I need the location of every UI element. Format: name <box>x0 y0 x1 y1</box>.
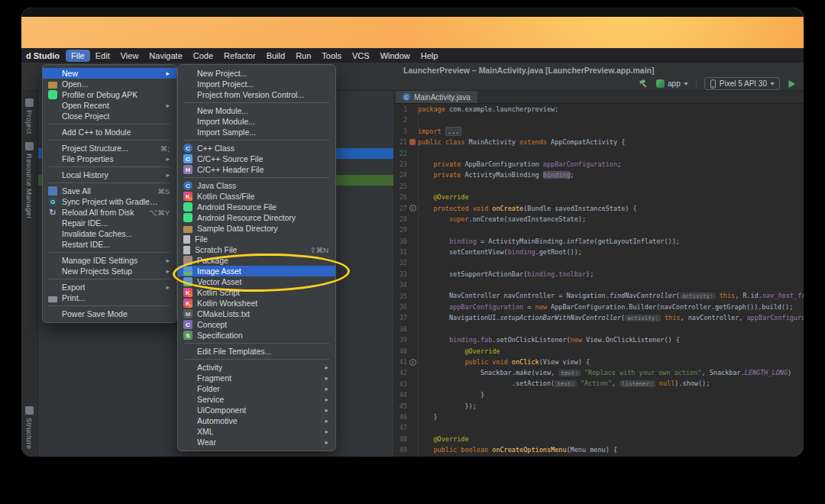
line-number[interactable]: 40 <box>393 346 407 357</box>
new-submenu-item-edit-file-templates[interactable]: Edit File Templates... <box>178 346 335 357</box>
line-number[interactable]: 42 <box>393 367 407 378</box>
new-submenu-item-c-c-header-file[interactable]: HC/C++ Header File <box>178 164 335 175</box>
new-submenu-item-activity[interactable]: Activity▸ <box>178 362 335 373</box>
new-submenu-item-uicomponent[interactable]: UiComponent▸ <box>178 405 335 415</box>
line-number[interactable]: 21 <box>393 137 407 147</box>
file-menu-item-open-recent[interactable]: Open Recent▸ <box>43 100 176 111</box>
override-method-icon[interactable]: ↑ <box>409 359 416 366</box>
new-submenu-item-android-resource-directory[interactable]: Android Resource Directory <box>178 212 335 223</box>
line-number[interactable]: 48 <box>393 434 407 444</box>
menubar-item-help[interactable]: Help <box>416 50 444 62</box>
new-submenu-item-import-sample[interactable]: Import Sample... <box>178 127 335 137</box>
file-menu-item-invalidate-caches[interactable]: Invalidate Caches... <box>43 228 176 239</box>
line-number[interactable]: 24 <box>393 170 407 180</box>
file-menu-item-close-project[interactable]: Close Project <box>43 111 176 121</box>
new-submenu-item-c-class[interactable]: CC++ Class <box>178 143 335 153</box>
new-submenu-item-new-project[interactable]: New Project... <box>178 68 335 79</box>
new-submenu-item-service[interactable]: Service▸ <box>178 394 335 405</box>
file-menu-item-new[interactable]: New▸ <box>43 68 176 79</box>
file-menu-item-manage-ide-settings[interactable]: Manage IDE Settings▸ <box>43 255 176 266</box>
new-submenu-item-vector-asset[interactable]: Vector Asset <box>178 276 335 287</box>
new-submenu-item-wear[interactable]: Wear▸ <box>178 437 335 447</box>
line-number[interactable]: 35 <box>393 291 407 302</box>
new-submenu-item-import-module[interactable]: Import Module... <box>178 116 335 127</box>
new-submenu-item-specification[interactable]: SSpecification <box>178 330 335 341</box>
new-submenu-item-package[interactable]: Package <box>178 255 335 266</box>
new-submenu-item-cmakelists-txt[interactable]: MCMakeLists.txt <box>178 309 335 319</box>
file-menu-item-save-all[interactable]: Save All⌘S <box>43 186 176 196</box>
tab-mainactivity-java[interactable]: C MainActivity.java <box>396 91 477 103</box>
new-submenu-item-android-resource-file[interactable]: Android Resource File <box>178 202 335 212</box>
run-button[interactable] <box>788 79 796 89</box>
line-number[interactable]: 38 <box>393 324 407 334</box>
line-number[interactable]: 30 <box>393 236 407 247</box>
file-menu-item-print[interactable]: Print... <box>43 292 176 303</box>
new-submenu-item-concept[interactable]: CConcept <box>178 319 335 330</box>
file-menu-item-restart-ide[interactable]: Restart IDE... <box>43 239 176 250</box>
line-number[interactable]: 47 <box>393 422 407 433</box>
code-editor[interactable]: 1package com.example.launcherpreview;23i… <box>393 104 804 457</box>
menubar-item-window[interactable]: Window <box>375 50 416 62</box>
class-gutter-icon[interactable] <box>409 139 416 145</box>
line-number[interactable]: 22 <box>393 148 407 159</box>
file-menu-item-new-projects-setup[interactable]: New Projects Setup▸ <box>43 266 176 276</box>
new-submenu-item-new-module[interactable]: New Module... <box>178 105 335 116</box>
menubar-item-navigate[interactable]: Navigate <box>144 50 187 62</box>
line-number[interactable]: 26 <box>393 192 407 202</box>
menubar-item-file[interactable]: File <box>66 50 90 62</box>
new-submenu-item-automotive[interactable]: Automotive▸ <box>178 415 335 426</box>
line-number[interactable]: 39 <box>393 334 407 345</box>
file-menu-item-add-c-to-module[interactable]: Add C++ to Module <box>43 127 176 137</box>
tool-window-button-structure[interactable]: Structure <box>25 402 34 453</box>
file-menu-item-export[interactable]: Export▸ <box>43 282 176 292</box>
new-submenu-item-file[interactable]: File <box>178 234 335 244</box>
line-number[interactable]: 44 <box>393 389 407 400</box>
menubar-item-run[interactable]: Run <box>290 50 316 62</box>
line-number[interactable]: 33 <box>393 269 407 279</box>
line-number[interactable]: 31 <box>393 247 407 257</box>
tool-window-button-project[interactable]: Project <box>25 95 34 138</box>
file-menu-item-repair-ide[interactable]: Repair IDE... <box>43 218 176 228</box>
new-submenu-item-fragment[interactable]: Fragment▸ <box>178 373 335 383</box>
line-number[interactable]: 32 <box>393 257 407 268</box>
new-submenu-item-c-c-source-file[interactable]: CC/C++ Source File <box>178 153 335 164</box>
menubar-item-vcs[interactable]: VCS <box>347 50 375 62</box>
file-menu-item-profile-or-debug-apk[interactable]: Profile or Debug APK <box>43 89 176 100</box>
line-number[interactable]: 29 <box>393 225 407 235</box>
line-number[interactable]: 23 <box>393 159 407 170</box>
new-submenu-item-kotlin-script[interactable]: KKotlin Script <box>178 287 335 298</box>
new-submenu-item-kotlin-worksheet[interactable]: KKotlin Worksheet <box>178 298 335 309</box>
line-number[interactable]: 46 <box>393 412 407 422</box>
new-submenu-item-xml[interactable]: XML▸ <box>178 426 335 437</box>
new-submenu-item-sample-data-directory[interactable]: Sample Data Directory <box>178 223 335 234</box>
new-submenu-item-image-asset[interactable]: Image Asset <box>178 266 335 276</box>
run-config-chooser[interactable]: app <box>656 79 688 88</box>
line-number[interactable]: 27 <box>393 203 407 214</box>
build-hammer-icon[interactable] <box>639 79 649 89</box>
menubar-item-build[interactable]: Build <box>261 50 290 62</box>
override-method-icon[interactable]: ↑ <box>409 205 416 212</box>
new-submenu-item-scratch-file[interactable]: Scratch File⇧⌘N <box>178 244 335 255</box>
line-number[interactable]: 3 <box>393 126 407 137</box>
line-number[interactable]: 1 <box>393 104 407 115</box>
menubar-item-tools[interactable]: Tools <box>316 50 347 62</box>
device-chooser[interactable]: Pixel 5 API 30 <box>704 77 780 90</box>
new-submenu-item-java-class[interactable]: CJava Class <box>178 180 335 191</box>
new-submenu-item-folder[interactable]: Folder▸ <box>178 383 335 394</box>
new-submenu-item-project-from-version-control[interactable]: Project from Version Control... <box>178 89 335 100</box>
file-menu-item-project-structure[interactable]: Project Structure...⌘; <box>43 143 176 153</box>
new-submenu-item-import-project[interactable]: Import Project... <box>178 79 335 89</box>
menubar-item-code[interactable]: Code <box>188 50 218 62</box>
menubar-item-view[interactable]: View <box>115 50 144 62</box>
menubar-item-edit[interactable]: Edit <box>90 50 115 62</box>
file-menu-item-local-history[interactable]: Local History▸ <box>43 170 176 180</box>
file-menu-item-sync-project-with-gradle-files[interactable]: GSync Project with Gradle Files <box>43 196 176 207</box>
line-number[interactable]: 45 <box>393 401 407 412</box>
line-number[interactable]: 49 <box>393 444 407 455</box>
file-menu-item-open[interactable]: Open... <box>43 79 176 89</box>
line-number[interactable]: 34 <box>393 279 407 290</box>
line-number[interactable]: 37 <box>393 312 407 323</box>
tool-window-button-resource-manager[interactable]: Resource Manager <box>25 138 34 223</box>
line-number[interactable]: 2 <box>393 115 407 125</box>
line-number[interactable]: 41 <box>393 357 407 367</box>
